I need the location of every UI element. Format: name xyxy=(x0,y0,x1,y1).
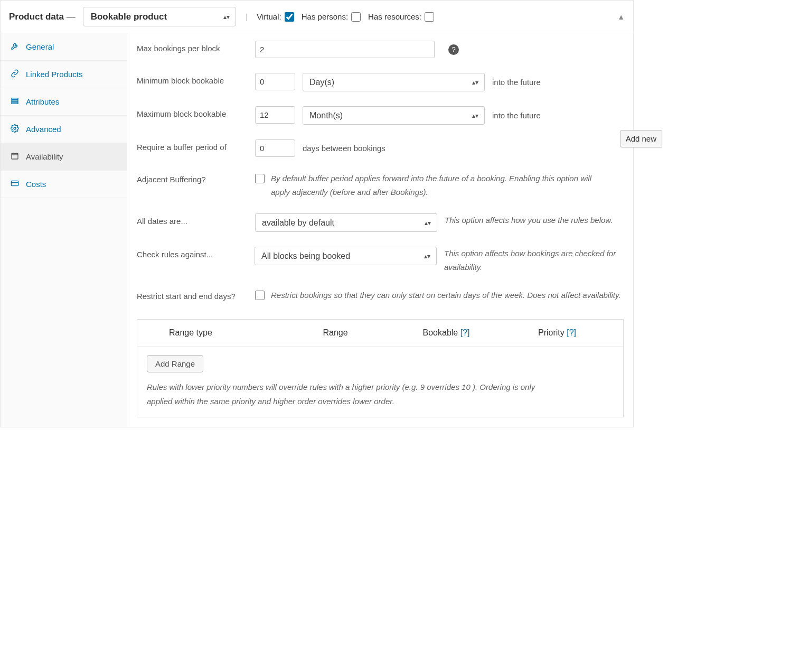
svg-rect-0 xyxy=(12,98,18,100)
panel-header: Product data — Bookable product ▴▾ | Vir… xyxy=(1,1,633,33)
max-block-unit-select[interactable]: Month(s) xyxy=(303,106,485,125)
has-persons-toggle[interactable]: Has persons: xyxy=(302,12,361,22)
max-bookings-input[interactable] xyxy=(255,41,435,58)
min-block-label: Minimum block bookable xyxy=(137,73,248,85)
max-block-input[interactable] xyxy=(255,106,295,124)
check-rules-label: Check rules against... xyxy=(137,247,247,259)
add-range-button[interactable]: Add Range xyxy=(147,355,203,372)
wrench-icon xyxy=(10,42,20,52)
has-persons-checkbox[interactable] xyxy=(351,12,361,22)
row-max-bookings: Max bookings per block ? xyxy=(127,33,633,66)
check-rules-desc: This option affects how bookings are che… xyxy=(444,247,624,274)
product-type-select[interactable]: Bookable product xyxy=(83,7,236,26)
product-data-panel: Product data — Bookable product ▴▾ | Vir… xyxy=(0,0,634,427)
virtual-checkbox[interactable] xyxy=(285,12,294,22)
row-max-block: Maximum block bookable Month(s) ▴▾ into … xyxy=(127,99,633,132)
svg-point-3 xyxy=(14,127,16,129)
tab-costs[interactable]: Costs xyxy=(1,171,127,198)
panel-title: Product data — xyxy=(9,12,76,22)
link-icon xyxy=(10,69,20,79)
panel-body: General Linked Products xyxy=(1,33,633,427)
table-footer: Add Range Rules with lower priority numb… xyxy=(137,347,623,417)
tab-general[interactable]: General xyxy=(1,33,127,60)
all-dates-select[interactable]: available by default xyxy=(255,213,437,232)
svg-rect-1 xyxy=(12,100,18,102)
row-check-rules: Check rules against... All blocks being … xyxy=(127,239,633,281)
all-dates-label: All dates are... xyxy=(137,213,248,226)
has-resources-toggle[interactable]: Has resources: xyxy=(368,12,434,22)
has-resources-label: Has resources: xyxy=(368,12,421,21)
help-link-icon[interactable]: [?] xyxy=(567,328,576,337)
sidebar-item-general: General xyxy=(1,33,127,61)
calendar-icon xyxy=(10,152,20,162)
sidebar-item-linked: Linked Products xyxy=(1,61,127,88)
has-resources-checkbox[interactable] xyxy=(425,12,434,22)
availability-rules-table: Range type Range Bookable [?] Priority [… xyxy=(137,319,624,417)
check-rules-select[interactable]: All blocks being booked xyxy=(255,247,437,265)
help-icon[interactable]: ? xyxy=(448,44,459,55)
add-new-button[interactable]: Add new xyxy=(620,130,662,147)
sidebar-item-label: Advanced xyxy=(26,125,61,134)
divider: | xyxy=(243,13,250,21)
restrict-checkbox[interactable] xyxy=(255,291,265,300)
sidebar-item-label: Attributes xyxy=(26,97,59,106)
tab-advanced[interactable]: Advanced xyxy=(1,116,127,143)
settings-tabs-sidebar: General Linked Products xyxy=(1,33,127,427)
sidebar-item-availability: Availability xyxy=(1,143,127,171)
max-block-label: Maximum block bookable xyxy=(137,106,248,118)
sidebar-item-label: Availability xyxy=(26,152,63,161)
max-block-suffix: into the future xyxy=(492,111,541,120)
col-range: Range xyxy=(280,328,391,338)
row-adjacent-buffering: Adjacent Buffering? By default buffer pe… xyxy=(127,164,633,206)
tab-availability[interactable]: Availability xyxy=(1,143,127,170)
all-dates-select-wrap: available by default ▴▾ xyxy=(255,213,437,232)
adjacent-checkbox[interactable] xyxy=(255,174,265,183)
sidebar-item-attributes: Attributes xyxy=(1,88,127,116)
restrict-label: Restrict start and end days? xyxy=(137,288,248,301)
min-block-input[interactable] xyxy=(255,73,295,90)
all-dates-desc: This option affects how you use the rule… xyxy=(445,213,613,227)
help-link-icon[interactable]: [?] xyxy=(460,328,470,337)
title-text: Product data xyxy=(9,12,64,22)
collapse-toggle-icon[interactable]: ▲ xyxy=(617,13,625,21)
restrict-desc: Restrict bookings so that they can only … xyxy=(271,288,621,302)
col-range-type: Range type xyxy=(148,328,280,338)
svg-rect-8 xyxy=(11,181,18,185)
sidebar-item-label: Costs xyxy=(26,180,46,189)
sidebar-item-advanced: Advanced xyxy=(1,116,127,143)
adjacent-label: Adjacent Buffering? xyxy=(137,172,248,184)
min-block-suffix: into the future xyxy=(492,78,541,87)
col-bookable-label: Bookable xyxy=(423,328,458,337)
virtual-toggle[interactable]: Virtual: xyxy=(257,12,294,22)
min-block-unit-wrap: Day(s) ▴▾ xyxy=(303,73,485,91)
gear-icon xyxy=(10,124,20,134)
sidebar-item-label: General xyxy=(26,42,54,51)
row-all-dates: All dates are... available by default ▴▾… xyxy=(127,206,633,239)
row-restrict-days: Restrict start and end days? Restrict bo… xyxy=(127,281,633,310)
rules-footer-note: Rules with lower priority numbers will o… xyxy=(147,380,538,408)
sidebar-item-label: Linked Products xyxy=(26,70,83,79)
max-block-unit-wrap: Month(s) ▴▾ xyxy=(303,106,485,125)
tab-linked-products[interactable]: Linked Products xyxy=(1,61,127,88)
availability-settings: Max bookings per block ? Minimum block b… xyxy=(127,33,633,427)
list-icon xyxy=(10,97,20,107)
card-icon xyxy=(10,179,20,189)
table-header-row: Range type Range Bookable [?] Priority [… xyxy=(137,320,623,347)
col-bookable: Bookable [?] xyxy=(391,328,502,338)
svg-rect-2 xyxy=(12,102,18,104)
svg-rect-4 xyxy=(12,153,18,159)
virtual-label: Virtual: xyxy=(257,12,281,21)
buffer-suffix: days between bookings xyxy=(303,144,385,153)
col-priority: Priority [?] xyxy=(502,328,613,338)
buffer-input[interactable] xyxy=(255,139,295,157)
has-persons-label: Has persons: xyxy=(302,12,348,21)
buffer-label: Require a buffer period of xyxy=(137,139,248,152)
adjacent-desc: By default buffer period applies forward… xyxy=(271,172,609,199)
product-type-select-wrap: Bookable product ▴▾ xyxy=(83,7,236,26)
row-min-block: Minimum block bookable Day(s) ▴▾ into th… xyxy=(127,66,633,99)
check-rules-select-wrap: All blocks being booked ▴▾ xyxy=(255,247,437,265)
tab-attributes[interactable]: Attributes xyxy=(1,88,127,115)
min-block-unit-select[interactable]: Day(s) xyxy=(303,73,485,91)
max-bookings-label: Max bookings per block xyxy=(137,41,248,53)
col-priority-label: Priority xyxy=(538,328,565,337)
